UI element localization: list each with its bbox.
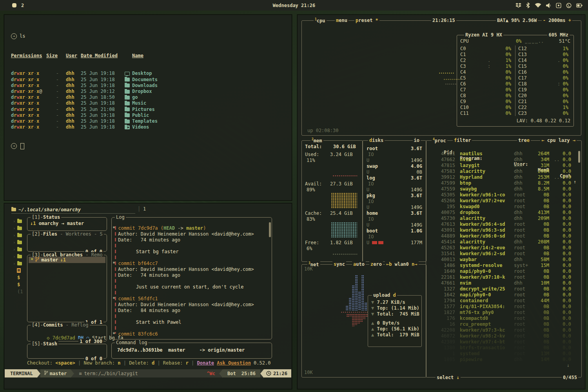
disk-name-row: log3.6T: [367, 175, 422, 181]
ls-row[interactable]: drwxr-xr-x-dhh25 Jun 19:18Public: [11, 113, 292, 118]
ls-row[interactable]: drwxr-xr-x-dhh25 Jun 19:18Desktop: [11, 71, 292, 76]
btop-preset-button[interactable]: preset *: [354, 18, 379, 23]
ask-question-link[interactable]: Ask Question: [217, 360, 251, 366]
net-download-stat: ▼ 7.27 KiB/s: [371, 299, 405, 305]
cpu-core-row: C190%: [518, 87, 527, 93]
lazygit-log-panel[interactable]: Log * commit 7dc9d7a (HEAD -> master)Aut…: [111, 217, 272, 339]
net-upload-column: [349, 314, 352, 316]
powerline-separator: [219, 369, 223, 378]
file-permissions: drwxr-xr-x: [11, 77, 46, 83]
commit-graph-line: [115, 226, 116, 334]
proc-select-hint[interactable]: select ↓: [436, 375, 461, 380]
btop-proc-box[interactable]: 4proc filter tree ← cpu lazy → Pid: Prog…: [426, 140, 582, 377]
ls-row[interactable]: drwxr-xr-x-dhh25 Jun 21:08Pictures: [11, 107, 292, 113]
cpu-total-pct: 0%: [516, 38, 521, 44]
btop-disks-box[interactable]: disks io root3.6TIOU149Gswap4.0GU0Blog3.…: [362, 140, 426, 262]
disk-used-row: U149G: [367, 205, 422, 211]
mem-pct: 83%: [307, 216, 315, 222]
explorer-folder-row[interactable]: ›: [13, 218, 22, 224]
proc-filter-button[interactable]: filter: [453, 138, 472, 143]
folder-icon: [125, 90, 130, 94]
file-permissions: drwxr-xr-x: [11, 124, 46, 130]
mem-pct: 11%: [307, 158, 315, 163]
shell-prompt[interactable]: →: [11, 143, 292, 149]
keybinding: Rebase: r: [163, 360, 189, 366]
window-terminal-ls[interactable]: → ls Permissions Size User Date Modified…: [4, 15, 292, 201]
file-owner: dhh: [66, 71, 81, 76]
explorer-script-row[interactable]: [17, 268, 21, 273]
lazygit-branches-panel[interactable]: [3]-Local branches - Remo * master ↓1 1 …: [27, 255, 107, 322]
file-name: Downloads: [132, 83, 158, 89]
lazygit-stash-panel[interactable]: [5]-Stash 0 of 0: [27, 344, 107, 359]
explorer-shell-row[interactable]: $: [17, 275, 20, 280]
btop-menu-button[interactable]: menu: [335, 18, 348, 23]
ls-row[interactable]: drwxr-xr-x@-dhh25 Jun 20:12Dropbox: [11, 89, 292, 94]
explorer-folder-row[interactable]: ›: [13, 232, 22, 238]
window-neovim-lazygit[interactable]: ~/.local/share/omarchy │ 1 ›››››››$$(1 […: [4, 203, 292, 389]
volume-icon[interactable]: [546, 3, 551, 8]
lazygit-commits-panel[interactable]: [4]-Commits - Reflog ◇ 7dc9d7ad DH ○ Sta…: [27, 325, 107, 341]
net-download-column: [361, 275, 364, 310]
update-interval-control[interactable]: - 2000ms +: [542, 18, 572, 23]
file-size: -: [46, 118, 59, 124]
ls-row[interactable]: drwxr-xr-x-dhh25 Jun 19:18Videos: [11, 124, 292, 130]
chevron-right-icon: ›: [13, 219, 16, 224]
gauge-icon[interactable]: [566, 3, 572, 8]
log-message-line: Start with Pawel: [136, 319, 181, 325]
screencast-icon[interactable]: [556, 3, 561, 8]
explorer-folder-row[interactable]: ›: [13, 225, 22, 231]
disks-io-toggle[interactable]: io: [413, 138, 421, 143]
lazygit-version: 0.52.0: [254, 360, 270, 366]
tab-number[interactable]: 1: [143, 206, 146, 212]
donate-link[interactable]: Donate: [197, 360, 214, 366]
explorer-shell-row[interactable]: $: [17, 282, 20, 287]
btop-clock: 21:26:15: [431, 18, 456, 23]
proc-sort-switcher[interactable]: ← cpu lazy →: [540, 138, 577, 143]
file-owner: dhh: [66, 89, 81, 94]
scroll-position: Bot: [227, 371, 236, 376]
cpu-core-row: C130%: [518, 52, 527, 58]
buffer-path-tab[interactable]: ~/.local/share/omarchy: [11, 206, 135, 214]
explorer-folder-row[interactable]: ›: [13, 254, 22, 259]
ls-row[interactable]: drwxr-xr-x-dhh25 Jun 18:50go: [11, 94, 292, 100]
chevron-right-icon: ›: [13, 226, 16, 231]
btop-mem-box[interactable]: 2mem Total:30.6 GiB Used:3.24 GiB11%Avai…: [301, 140, 363, 262]
wifi-icon[interactable]: [535, 3, 541, 8]
btop-cpu-box[interactable]: 1cpu menu preset * 21:26:15 BAT▲ 98% 2.9…: [301, 20, 581, 136]
cpu-core-row: C80%: [460, 93, 466, 99]
explorer-folder-row[interactable]: ›: [13, 261, 22, 266]
cpu-core-row: C2.1%: [460, 58, 466, 64]
cpu-core-row: C210%: [518, 99, 527, 105]
mem-total: 30.6 GiB: [333, 144, 356, 150]
window-btop[interactable]: 1cpu menu preset * 21:26:15 BAT▲ 98% 2.9…: [297, 15, 585, 389]
branch-row-selected[interactable]: * master ↓1: [29, 257, 105, 263]
explorer-folder-row[interactable]: ›: [13, 240, 22, 245]
proc-tree-toggle[interactable]: tree: [517, 138, 531, 143]
ls-row[interactable]: drwxr-xr-x-dhh25 Jun 19:18Documents: [11, 77, 292, 83]
disk-io-row: IO: [368, 152, 374, 158]
log-commit-line: * commit bf64cc7: [113, 261, 158, 267]
ls-row[interactable]: drwxr-xr-x-dhh25 Jun 19:18Templates: [11, 118, 292, 124]
ls-row[interactable]: drwxr-xr-x-dhh25 Jun 19:18Music: [11, 100, 292, 106]
explorer-folder-row[interactable]: ›: [13, 247, 22, 252]
cpu-model: Ryzen AI 9 HX: [464, 32, 503, 38]
lazygit-status-panel[interactable]: [1]-Status ↓1 omarchy → master: [27, 217, 107, 231]
lazygit-files-panel[interactable]: [2]-Files - Worktrees - S 0 of 0: [27, 234, 107, 252]
proc-scrollbar[interactable]: [578, 151, 580, 163]
bluetooth-icon[interactable]: [526, 2, 530, 8]
btop-net-box[interactable]: 3net sync auto zero ←b wlan0 n→ 10K 10K …: [301, 264, 426, 377]
file-size: -: [46, 107, 59, 113]
battery-icon[interactable]: [576, 3, 583, 8]
file-owner: dhh: [66, 107, 81, 113]
file-owner: dhh: [66, 83, 81, 89]
file-permissions: drwxr-xr-x@: [11, 89, 46, 94]
file-permissions: drwxr-xr-x: [11, 100, 46, 106]
dropbox-icon[interactable]: [515, 3, 521, 8]
net-download-column: [346, 306, 348, 310]
folder-icon: [125, 102, 130, 105]
ls-row[interactable]: drwxr-xr-x-dhh25 Jun 19:18Downloads: [11, 83, 292, 89]
cpu-core-row: C170%: [518, 75, 527, 81]
log-author-line: Author: David Heinemeier Hansson <david@…: [118, 302, 254, 308]
cpu-core-row: C90%: [460, 99, 466, 105]
log-scrollbar[interactable]: [269, 222, 271, 237]
